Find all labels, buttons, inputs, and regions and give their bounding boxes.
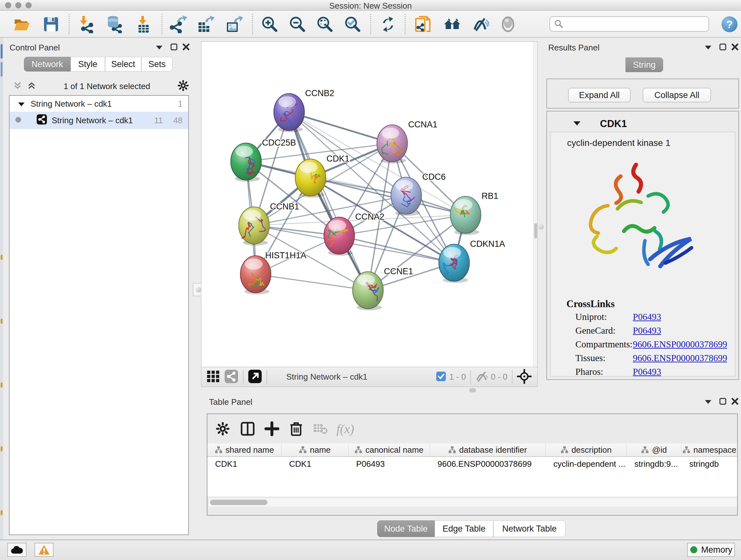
cell-namespace[interactable]: stringdb (682, 457, 737, 471)
tab-style[interactable]: Style (71, 57, 105, 71)
grid-view-icon[interactable] (206, 369, 220, 385)
expand-all-button[interactable]: Expand All (568, 88, 630, 103)
cell-shared-name[interactable]: CDK1 (207, 457, 281, 471)
expand-all-chevron-icon[interactable] (27, 81, 37, 91)
crosshair-icon[interactable] (517, 369, 532, 385)
table-panel-float-icon[interactable] (718, 396, 728, 406)
delete-table-icon[interactable] (312, 420, 329, 438)
tab-network-table[interactable]: Network Table (493, 520, 565, 537)
table-panel-menu-icon[interactable] (703, 397, 713, 407)
tab-network[interactable]: Network (24, 57, 71, 71)
table-panel-close-icon[interactable] (730, 396, 740, 406)
tab-edge-table[interactable]: Edge Table (434, 520, 493, 537)
column-header[interactable]: shared name (207, 443, 281, 456)
column-header[interactable]: canonical name (348, 443, 430, 456)
network-group-row[interactable]: String Network – cdk1 1 (10, 96, 188, 112)
search-input[interactable] (563, 19, 701, 29)
network-edge[interactable] (256, 274, 368, 290)
export-table-icon[interactable] (197, 15, 214, 33)
network-node-cdk1[interactable]: CDK1 (295, 154, 349, 198)
column-header[interactable]: description (546, 443, 627, 456)
tab-select[interactable]: Select (105, 57, 141, 71)
fullscreen-view-icon[interactable] (248, 369, 262, 385)
show-columns-icon[interactable] (239, 420, 257, 438)
export-network-icon[interactable] (169, 15, 187, 33)
hide-selection-icon[interactable] (471, 15, 489, 33)
genecard-link[interactable]: P06493 (633, 325, 661, 336)
import-network-icon[interactable] (78, 15, 96, 33)
zoom-fit-icon[interactable] (316, 15, 334, 33)
right-splitter-handle[interactable] (538, 224, 544, 230)
gene-expander-icon[interactable] (573, 121, 581, 127)
control-panel-menu-icon[interactable] (154, 43, 164, 52)
table-horizontal-scrollbar[interactable] (209, 498, 737, 507)
hidden-eye-icon[interactable] (475, 371, 488, 383)
save-session-icon[interactable] (42, 15, 60, 33)
cell-description[interactable]: cyclin-dependent ... (546, 457, 627, 471)
delete-column-trash-icon[interactable] (287, 420, 305, 438)
network-scrollbar-thumb[interactable] (534, 223, 537, 239)
network-node-ccne1[interactable]: CCNE1 (353, 266, 413, 310)
table-settings-gear-icon[interactable] (214, 420, 232, 438)
collapse-all-button[interactable]: Collapse All (643, 88, 711, 103)
tree-expander-icon[interactable] (18, 99, 25, 109)
selected-checkbox-icon[interactable] (436, 371, 446, 383)
network-node-ccna1[interactable]: CCNA1 (377, 120, 437, 164)
warning-status-button[interactable] (35, 543, 54, 557)
gene-section-header[interactable]: CDK1 (550, 116, 735, 132)
network-edge[interactable] (289, 112, 392, 143)
cell-database-identifier[interactable]: 9606.ENSP00000378699 (430, 457, 546, 471)
tab-string[interactable]: String (625, 57, 663, 72)
function-builder-button[interactable]: f(x) (336, 420, 354, 438)
network-share-view-icon[interactable] (224, 369, 239, 385)
clone-network-icon[interactable] (414, 15, 432, 33)
cell-canonical-name[interactable]: P06493 (348, 457, 430, 471)
column-header[interactable]: @id (627, 443, 682, 456)
table-row[interactable]: CDK1 CDK1 P06493 9606.ENSP00000378699 cy… (207, 457, 737, 471)
control-panel-close-icon[interactable] (181, 42, 191, 52)
open-session-icon[interactable] (13, 15, 30, 33)
add-column-icon[interactable] (263, 420, 281, 438)
network-node-hist1h1a[interactable]: HIST1H1A (240, 251, 307, 294)
horizontal-splitter-handle[interactable] (469, 388, 476, 392)
tissues-link[interactable]: 9606.ENSP00000378699 (633, 353, 727, 363)
table-scrollbar-thumb[interactable] (210, 500, 267, 505)
network-edge[interactable] (339, 236, 454, 263)
import-table-icon[interactable] (135, 15, 152, 33)
network-scrollbar[interactable] (533, 42, 537, 367)
results-panel-float-icon[interactable] (718, 42, 728, 52)
home-icon[interactable] (444, 15, 461, 33)
network-edge[interactable] (289, 112, 368, 290)
pharos-link[interactable]: P06493 (633, 367, 661, 377)
collapse-all-chevron-icon[interactable] (13, 81, 22, 91)
zoom-selected-icon[interactable] (344, 15, 361, 33)
uniprot-link[interactable]: P06493 (633, 312, 661, 322)
export-image-icon[interactable] (225, 15, 243, 33)
tab-sets[interactable]: Sets (141, 57, 173, 71)
network-node-cdc6[interactable]: CDC6 (391, 172, 446, 216)
search-box[interactable] (549, 16, 709, 32)
refresh-icon[interactable] (379, 15, 397, 33)
network-node-rb1[interactable]: RB1 (450, 191, 498, 235)
column-header[interactable]: name (281, 443, 348, 456)
help-icon[interactable]: ? (722, 16, 738, 32)
network-node-cdkn1a[interactable]: CDKN1A (439, 239, 505, 283)
zoom-out-icon[interactable] (288, 15, 307, 33)
column-header[interactable]: database identifier (430, 443, 546, 456)
cell-id[interactable]: stringdb:9... (627, 457, 682, 471)
network-options-gear-icon[interactable] (178, 80, 189, 92)
import-database-icon[interactable] (105, 15, 123, 33)
control-panel-float-icon[interactable] (169, 42, 179, 52)
show-all-icon[interactable] (499, 15, 517, 33)
compartments-link[interactable]: 9606.ENSP00000378699 (633, 339, 727, 350)
cloud-status-button[interactable] (7, 543, 26, 557)
zoom-in-icon[interactable] (261, 15, 279, 33)
network-item-row[interactable]: String Network – cdk1 11 48 (10, 112, 188, 129)
network-canvas[interactable]: CCNB2CCNA1CDC25BCDK1CDC6RB1CCNB1CCNA2CDK… (201, 42, 538, 367)
results-panel-menu-icon[interactable] (703, 43, 713, 52)
results-panel-close-icon[interactable] (730, 42, 740, 52)
tab-node-table[interactable]: Node Table (377, 520, 434, 537)
memory-button[interactable]: Memory (687, 543, 735, 557)
column-header[interactable]: namespace (682, 443, 737, 456)
cell-name[interactable]: CDK1 (281, 457, 348, 471)
